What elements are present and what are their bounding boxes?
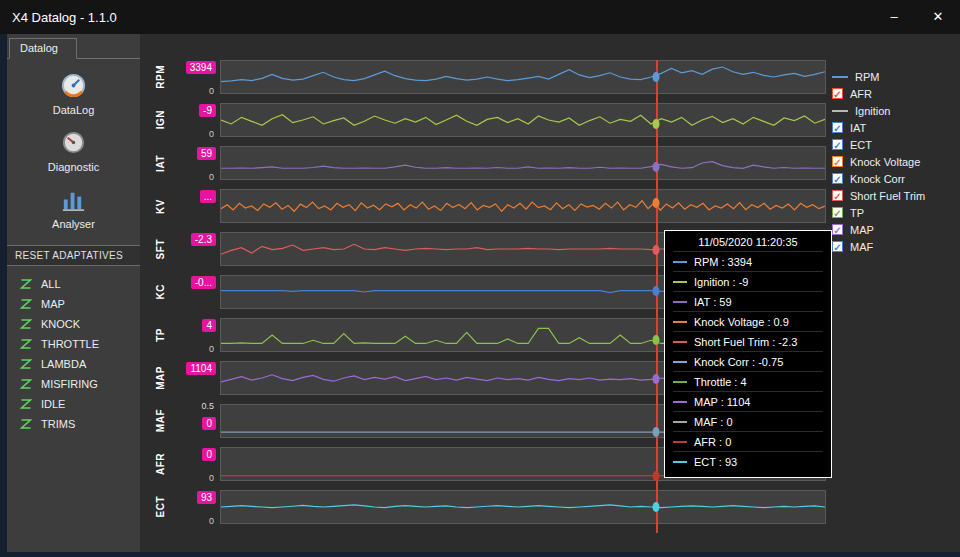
reset-item[interactable]: LAMBDA [7,354,140,374]
legend-item[interactable]: ✓ MAF [832,238,954,255]
tooltip-value: Ignition : -9 [694,276,748,288]
reset-item-label: THROTTLE [41,338,99,350]
reset-item[interactable]: THROTTLE [7,334,140,354]
legend-checkbox: ✓ [832,207,843,218]
sidebar-item-analyser[interactable]: Analyser [7,186,140,230]
chart-meta: 59 0 [170,146,220,180]
legend-label: RPM [855,71,879,83]
value-badge: ... [200,190,216,203]
chart-axis-label: MAP [150,361,170,395]
tooltip-value: Knock Corr : -0.75 [694,356,783,368]
chart-axis-label: KV [150,189,170,223]
chart-row: ECT 93 0 [150,490,826,524]
axis-min-label: 0 [209,344,214,354]
series-color-swatch [673,461,687,463]
tooltip-value: ECT : 93 [694,456,737,468]
gauge-icon [60,129,87,156]
cursor-line[interactable] [656,60,658,533]
series-color-swatch [673,421,687,423]
tab-datalog[interactable]: Datalog [9,38,77,59]
chart-axis-label: AFR [150,447,170,481]
series-color-swatch [673,401,687,403]
value-badge: 4 [202,319,216,332]
legend-item[interactable]: ✓ TP [832,204,954,221]
axis-min-label: 0 [209,129,214,139]
reset-item[interactable]: MISFIRING [7,374,140,394]
reset-item[interactable]: ALL [7,274,140,294]
reset-item[interactable]: IDLE [7,394,140,414]
legend-line-swatch [832,76,848,78]
reset-item-label: ALL [41,278,61,290]
minimize-icon[interactable]: – [872,0,916,34]
series-line [221,147,825,179]
tooltip-value: MAF : 0 [694,416,733,428]
legend-item[interactable]: ✓ Short Fuel Trim [832,187,954,204]
chart-axis-label: KC [150,275,170,309]
nav-label-datalog: DataLog [7,104,140,116]
legend-item[interactable]: RPM [832,68,954,85]
reset-zigzag-icon [20,338,32,350]
legend-item[interactable]: ✓ IAT [832,119,954,136]
tooltip-rows: RPM : 3394 Ignition : -9 IAT : 59 Knock … [673,251,823,471]
legend-item[interactable]: ✓ ECT [832,136,954,153]
reset-item[interactable]: KNOCK [7,314,140,334]
chart-meta: 0 0 [170,447,220,481]
nav-label-analyser: Analyser [7,218,140,230]
tooltip-row: Knock Corr : -0.75 [673,351,823,371]
close-icon[interactable]: ✕ [916,0,960,34]
tooltip-value: IAT : 59 [694,296,732,308]
axis-min-label: 0 [209,473,214,483]
tooltip-row: MAP : 1104 [673,391,823,411]
chart-row: KV ... [150,189,826,223]
sidebar-item-diagnostic[interactable]: Diagnostic [7,129,140,173]
axis-min-label: 0 [209,86,214,96]
cursor-marker [652,374,659,384]
tooltip-row: RPM : 3394 [673,251,823,271]
cursor-marker [652,286,659,296]
legend-item[interactable]: ✓ AFR [832,85,954,102]
value-badge: 1104 [186,362,216,375]
reset-item[interactable]: MAP [7,294,140,314]
series-color-swatch [673,361,687,363]
reset-adaptatives-header: RESET ADAPTATIVES [7,245,140,266]
tooltip-value: Short Fuel Trim : -2.3 [694,336,797,348]
chart-meta: 0.5 0 [170,404,220,438]
value-badge: 3394 [186,61,216,74]
legend-checkbox: ✓ [832,224,843,235]
tooltip-row: IAT : 59 [673,291,823,311]
value-badge: 93 [197,491,216,504]
legend-item[interactable]: ✓ MAP [832,221,954,238]
series-color-swatch [673,381,687,383]
chart-plot[interactable] [220,146,826,180]
chart-meta: 93 0 [170,490,220,524]
chart-meta: ... [170,189,220,223]
reset-zigzag-icon [20,358,32,370]
chart-plot[interactable] [220,60,826,94]
cursor-marker [652,502,659,512]
sidebar-item-datalog[interactable]: DataLog [7,72,140,116]
cursor-marker [652,335,659,345]
legend-item[interactable]: ✓ Knock Corr [832,170,954,187]
legend-item[interactable]: Ignition [832,102,954,119]
legend-line-swatch [832,110,848,112]
chart-plot[interactable] [220,490,826,524]
reset-item[interactable]: TRIMS [7,414,140,434]
chart-plot[interactable] [220,189,826,223]
chart-axis-label: RPM [150,60,170,94]
cursor-marker [652,162,659,172]
chart-meta: -2.3 [170,232,220,266]
speedometer-icon [60,72,87,99]
value-badge: 0 [202,417,216,430]
chart-meta: 1104 [170,361,220,395]
cursor-marker [652,119,659,129]
chart-axis-label: SFT [150,232,170,266]
reset-zigzag-icon [20,278,32,290]
reset-zigzag-icon [20,378,32,390]
chart-plot[interactable] [220,103,826,137]
chart-meta: 4 0 [170,318,220,352]
tooltip-row: Throttle : 4 [673,371,823,391]
tooltip-row: Short Fuel Trim : -2.3 [673,331,823,351]
legend-item[interactable]: ✓ Knock Voltage [832,153,954,170]
main-area: RPM 3394 0 IGN -9 0 IAT [140,34,960,552]
value-badge: 0 [202,448,216,461]
